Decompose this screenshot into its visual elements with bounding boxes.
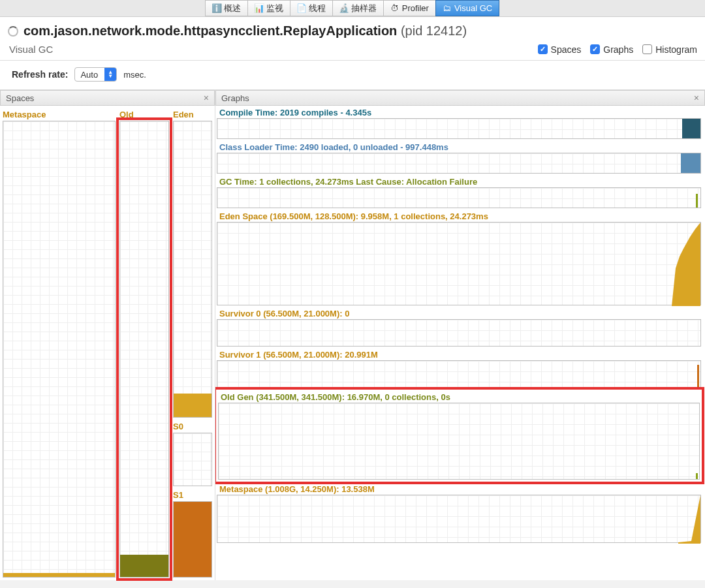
graph-area [217,319,701,347]
graph-area [217,187,701,208]
visualgc-icon: 🗂 [443,4,452,13]
top-tab-bar: ℹ️ 概述 📊 监视 📄 线程 🔬 抽样器 ⏱ Profiler 🗂 Visua… [0,0,705,17]
metaspace-graph: Metaspace (1.008G, 14.250M): 13.538M [217,484,701,543]
checkbox-icon [590,44,600,54]
s1-chart [173,501,212,578]
subheader: Visual GC Spaces Graphs Histogram [0,41,705,61]
classloader-graph: Class Loader Time: 2490 loaded, 0 unload… [217,142,701,174]
close-icon[interactable]: × [694,93,699,103]
tab-label: 监视 [266,3,283,14]
app-title: com.jason.network.mode.httpasyncclient.R… [24,23,467,39]
checkbox-label: Spaces [551,44,582,55]
loading-icon [8,26,18,37]
graph-data [681,153,700,173]
tab-label: 线程 [309,3,326,14]
s1-fill [174,502,212,577]
panel-title: Graphs [221,93,249,103]
main-area: Spaces × Metaspace Old Eden [0,90,705,580]
graph-label: Metaspace (1.008G, 14.250M): 13.538M [217,484,701,495]
tab-overview[interactable]: ℹ️ 概述 [205,0,248,16]
graph-area [218,403,700,480]
graph-area [217,118,701,139]
graph-area [217,360,701,388]
graph-data [672,223,700,305]
tab-monitor[interactable]: 📊 监视 [247,0,290,16]
panel-title: Spaces [6,93,34,103]
checkbox-label: Graphs [603,44,633,55]
checkbox-histogram[interactable]: Histogram [642,44,697,55]
tab-profiler[interactable]: ⏱ Profiler [383,0,436,16]
graph-data [696,194,698,208]
metaspace-label: Metaspace [3,108,116,121]
graph-label: Old Gen (341.500M, 341.500M): 16.970M, 0… [218,392,700,403]
tab-threads[interactable]: 📄 线程 [290,0,333,16]
s1-label: S1 [173,489,212,501]
oldgen-graph: Old Gen (341.500M, 341.500M): 16.970M, 0… [217,390,701,481]
old-chart [119,121,169,578]
graphs-panel: Graphs × Compile Time: 2019 compiles - 4… [215,90,705,580]
s0-label: S0 [173,420,212,433]
subhead-title: Visual GC [9,44,53,55]
graph-data [697,365,699,387]
refresh-unit: msec. [123,70,146,80]
graph-label: Eden Space (169.500M, 128.500M): 9.958M,… [217,211,701,222]
old-label: Old [119,108,169,121]
tab-label: 概述 [224,3,241,14]
checkbox-spaces[interactable]: Spaces [538,44,582,55]
graph-data [696,473,698,479]
graph-area [217,222,701,305]
graph-data [682,119,700,138]
graph-data [678,495,700,542]
eden-graph: Eden Space (169.500M, 128.500M): 9.958M,… [217,211,701,305]
eden-chart [173,121,212,418]
tab-label: 抽样器 [351,3,377,14]
graphs-panel-header: Graphs × [215,90,705,106]
sampler-icon: 🔬 [339,4,349,13]
graph-label: Survivor 0 (56.500M, 21.000M): 0 [217,308,701,319]
graph-label: Class Loader Time: 2490 loaded, 0 unload… [217,142,701,153]
checkbox-graphs[interactable]: Graphs [590,44,633,55]
s0-chart [173,433,212,486]
spaces-panel-header: Spaces × [0,90,215,106]
tab-label: Visual GC [454,3,492,13]
graph-area [217,153,701,174]
chart-icon: 📊 [255,4,264,13]
refresh-select[interactable]: Auto ▲▼ [74,67,117,82]
spaces-body: Metaspace Old Eden S0 S1 [0,106,215,580]
gctime-graph: GC Time: 1 collections, 24.273ms Last Ca… [217,176,701,208]
refresh-value: Auto [80,70,104,80]
s1-graph: Survivor 1 (56.500M, 21.000M): 20.991M [217,349,701,388]
graph-label: GC Time: 1 collections, 24.273ms Last Ca… [217,176,701,187]
metaspace-chart [3,121,116,578]
graph-area [217,495,701,543]
checkbox-icon [538,44,548,54]
metaspace-fill [3,573,115,577]
clock-icon: ⏱ [390,4,400,13]
svg-marker-1 [678,495,700,544]
tab-sampler[interactable]: 🔬 抽样器 [332,0,384,16]
app-pid: (pid 12412) [401,23,467,38]
eden-fill [174,394,212,417]
s0-graph: Survivor 0 (56.500M, 21.000M): 0 [217,308,701,347]
svg-marker-0 [672,223,700,306]
refresh-label: Refresh rate: [12,69,68,80]
info-icon: ℹ️ [212,4,221,13]
close-icon[interactable]: × [204,93,209,103]
graphs-body: Compile Time: 2019 compiles - 4.345s Cla… [215,106,705,580]
title-bar: com.jason.network.mode.httpasyncclient.R… [0,17,705,41]
threads-icon: 📄 [297,4,306,13]
graph-label: Survivor 1 (56.500M, 21.000M): 20.991M [217,349,701,360]
checkbox-icon [642,44,652,54]
compile-time-graph: Compile Time: 2019 compiles - 4.345s [217,107,701,139]
eden-label: Eden [173,108,212,121]
app-class: com.jason.network.mode.httpasyncclient.R… [24,23,397,38]
checkbox-label: Histogram [655,44,697,55]
graph-label: Compile Time: 2019 compiles - 4.345s [217,107,701,118]
old-fill [120,555,168,577]
spaces-panel: Spaces × Metaspace Old Eden [0,90,215,580]
stepper-icon: ▲▼ [104,68,116,81]
tab-visualgc[interactable]: 🗂 Visual GC [435,0,499,16]
tab-label: Profiler [402,3,429,13]
refresh-row: Refresh rate: Auto ▲▼ msec. [0,61,705,90]
